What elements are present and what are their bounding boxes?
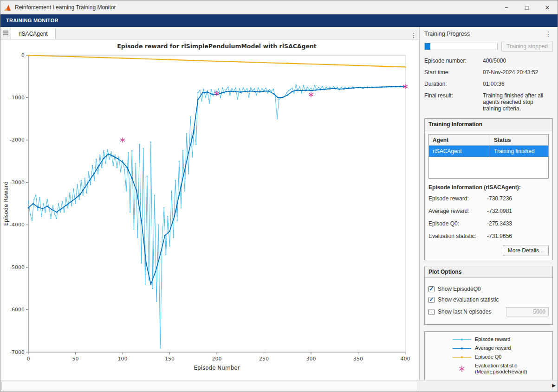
- line-dot-marker-icon: [452, 337, 472, 342]
- checkbox-label: Show EpisodeQ0: [438, 286, 481, 292]
- training-information-section: Training Information Agent Status rlSACA…: [424, 118, 553, 260]
- progress-info: Episode number: 400/5000 Start time: 07-…: [420, 54, 558, 116]
- table-empty-area: [429, 157, 548, 178]
- svg-text:50: 50: [72, 356, 79, 362]
- last-n-episodes-input[interactable]: [506, 307, 549, 316]
- window-title: Reinforcement Learning Training Monitor: [15, 4, 116, 11]
- episode-info: Episode reward: -730.7236 Average reward…: [428, 195, 549, 239]
- maximize-button[interactable]: □: [517, 0, 537, 14]
- window-titlebar: Reinforcement Learning Training Monitor …: [0, 0, 558, 14]
- checkbox-label: Show last N episodes: [438, 308, 491, 315]
- document-tab-bar: rlSACAgent ⋮: [0, 27, 419, 39]
- svg-text:-3000: -3000: [10, 180, 25, 186]
- progress-bar-fill: [425, 43, 430, 50]
- info-label: Final result:: [424, 92, 483, 112]
- close-button[interactable]: ✕: [537, 0, 558, 14]
- info-value: -275.3433: [487, 220, 549, 227]
- bottom-scrollbar[interactable]: ▶: [0, 380, 558, 392]
- svg-text:0: 0: [21, 52, 25, 58]
- panel-menu-icon[interactable]: ⋮: [543, 30, 554, 38]
- asterisk-marker-icon: [452, 366, 472, 372]
- checkbox-icon: [428, 286, 435, 292]
- line-dot-marker-icon: [452, 355, 472, 360]
- svg-text:350: 350: [353, 356, 363, 362]
- minimize-button[interactable]: −: [496, 0, 517, 14]
- svg-text:-7000: -7000: [10, 349, 25, 355]
- svg-text:-5000: -5000: [10, 264, 25, 270]
- section-title: Training Information: [425, 119, 552, 130]
- document-grid-icon[interactable]: [0, 27, 11, 39]
- svg-text:400: 400: [401, 356, 410, 362]
- document-area: rlSACAgent ⋮ Episode reward for rlSimple…: [0, 27, 420, 380]
- agent-cell: rlSACAgent: [429, 146, 490, 157]
- plot-area: [28, 55, 405, 352]
- x-axis: 050100150200250300350400: [27, 352, 410, 362]
- chart-region: Episode reward for rlSimplePendulumModel…: [0, 39, 419, 380]
- svg-text:300: 300: [306, 356, 316, 362]
- table-header-row: Agent Status: [429, 135, 548, 146]
- chart-legend: Episode reward Average reward Episode Q0: [424, 331, 553, 380]
- training-progress-panel: Training Progress ⋮ Training stopped Epi…: [420, 27, 558, 380]
- toolstrip-tab-training-monitor[interactable]: TRAINING MONITOR: [0, 14, 64, 27]
- chart-title: Episode reward for rlSimplePendulumModel…: [117, 43, 317, 50]
- info-label: Episode number:: [424, 58, 483, 64]
- tab-rlsacagent[interactable]: rlSACAgent: [11, 28, 56, 39]
- svg-text:-4000: -4000: [10, 222, 25, 228]
- toolstrip: TRAINING MONITOR: [0, 14, 558, 27]
- info-value: 07-Nov-2024 20:43:52: [483, 69, 553, 76]
- training-chart: Episode reward for rlSimplePendulumModel…: [0, 39, 415, 376]
- info-value: Training finished after all agents reach…: [483, 92, 553, 112]
- tab-overflow-menu-icon[interactable]: ⋮: [408, 32, 419, 39]
- svg-text:-2000: -2000: [10, 137, 25, 143]
- status-cell: Training finished: [490, 146, 548, 157]
- legend-item-episode-reward: Episode reward: [452, 336, 552, 342]
- column-header-status: Status: [490, 135, 548, 145]
- svg-text:-1000: -1000: [10, 95, 25, 101]
- info-label: Start time:: [424, 69, 483, 76]
- agent-status-table: Agent Status rlSACAgent Training finishe…: [428, 134, 549, 179]
- info-label: Episode Q0:: [428, 220, 487, 227]
- table-row-rlsacagent[interactable]: rlSACAgent Training finished: [429, 146, 548, 157]
- plot-options-section: Plot Options Show EpisodeQ0 Show evaluat…: [424, 266, 553, 325]
- checkbox-icon: [428, 309, 435, 315]
- show-last-n-episodes-checkbox[interactable]: Show last N episodes: [428, 308, 491, 315]
- training-progress-bar: [424, 43, 498, 50]
- column-header-agent: Agent: [429, 135, 490, 145]
- svg-text:250: 250: [259, 356, 269, 362]
- app-window: Reinforcement Learning Training Monitor …: [0, 0, 558, 392]
- expand-arrow-icon[interactable]: ▶: [552, 383, 556, 388]
- legend-item-episode-q0: Episode Q0: [452, 354, 552, 360]
- y-axis-label: Episode Reward: [3, 181, 9, 226]
- x-axis-label: Episode Number: [194, 365, 240, 371]
- svg-text:0: 0: [27, 356, 30, 362]
- svg-text:150: 150: [165, 356, 175, 362]
- panel-title: Training Progress: [424, 31, 470, 37]
- info-label: Evaluation statistic:: [428, 233, 487, 239]
- info-value: -730.7236: [487, 195, 549, 202]
- y-axis: 0-1000-2000-3000-4000-5000-6000-7000: [10, 52, 28, 355]
- checkbox-icon: [428, 297, 435, 303]
- legend-item-average-reward: Average reward: [452, 345, 552, 351]
- info-label: Episode reward:: [428, 195, 487, 202]
- info-value: -732.0981: [487, 208, 549, 214]
- svg-text:-6000: -6000: [10, 307, 25, 313]
- info-value: 01:00:36: [483, 81, 553, 87]
- info-value: 400/5000: [483, 58, 553, 64]
- info-label: Average reward:: [428, 208, 487, 214]
- training-stopped-button[interactable]: Training stopped: [501, 41, 553, 52]
- checkbox-label: Show evaluation statistic: [438, 296, 499, 303]
- legend-item-evaluation-statistic: Evaluation statistic (MeanEpisodeReward): [452, 363, 552, 375]
- info-value: -731.9656: [487, 233, 549, 239]
- section-title: Plot Options: [425, 266, 552, 278]
- matlab-logo-icon: [4, 4, 12, 11]
- show-evaluation-statistic-checkbox[interactable]: Show evaluation statistic: [428, 296, 549, 303]
- line-dot-marker-icon: [452, 346, 472, 351]
- horizontal-scrollbar-thumb[interactable]: [1, 382, 417, 390]
- show-episodeq0-checkbox[interactable]: Show EpisodeQ0: [428, 286, 549, 292]
- info-label: Duration:: [424, 81, 483, 87]
- svg-text:200: 200: [212, 356, 222, 362]
- more-details-button[interactable]: More Details...: [503, 245, 549, 256]
- episode-info-title: Episode Information (rlSACAgent):: [428, 184, 549, 191]
- svg-text:100: 100: [118, 356, 128, 362]
